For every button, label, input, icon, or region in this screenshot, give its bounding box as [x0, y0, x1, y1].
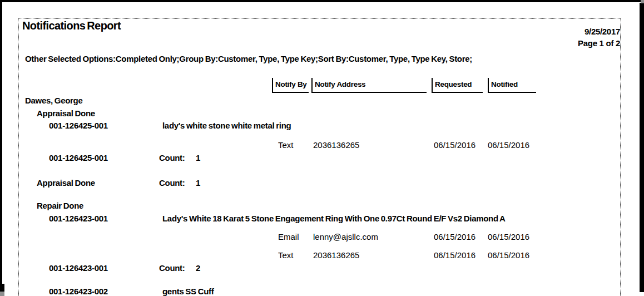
page-background-right [640, 3, 644, 292]
group-type-label: Appraisal Done [37, 108, 95, 118]
notification-notified: 06/15/2016 [488, 232, 529, 241]
group-type-label: Repair Done [37, 201, 83, 210]
report-page-number: Page 1 of 2 [524, 37, 620, 49]
count-value: 2 [196, 263, 200, 273]
count-label: Count: [159, 178, 185, 188]
item-sku: 001-126423-002 [49, 287, 108, 296]
report-date: 9/25/2017 [524, 26, 620, 37]
count-label: Count: [159, 263, 185, 273]
notification-by: Email [278, 232, 299, 241]
report-title: Notifications Report [22, 19, 121, 32]
notification-requested: 06/15/2016 [434, 250, 475, 260]
count-value: 1 [196, 153, 200, 162]
item-sku: 001-126423-001 [49, 214, 108, 223]
notification-address: 2036136265 [313, 140, 359, 150]
count-label: Count: [159, 153, 185, 162]
notification-requested: 06/15/2016 [434, 232, 475, 241]
notification-by: Text [278, 140, 294, 150]
item-count-sku: 001-126423-001 [49, 263, 108, 273]
report-options-line: Other Selected Options:Completed Only;Gr… [25, 54, 472, 63]
item-description: Lady's White 18 Karat 5 Stone Engagement… [162, 214, 621, 223]
column-header-notify-address: Notify Address [311, 78, 427, 93]
column-header-notified: Notified [488, 78, 536, 93]
group-count-type: Appraisal Done [37, 178, 95, 188]
column-header-notify-by: Notify By [272, 78, 309, 93]
window-border-top [0, 0, 644, 2]
report-preview-page: { "header": { "title": "Notifications Re… [0, 0, 644, 296]
notification-notified: 06/15/2016 [488, 140, 529, 150]
notification-address: lenny@ajsllc.com [313, 232, 378, 241]
notification-address: 2036136265 [313, 250, 359, 260]
notification-requested: 06/15/2016 [434, 140, 475, 150]
notification-notified: 06/15/2016 [488, 250, 529, 260]
item-description: gents SS Cuff [162, 287, 214, 296]
count-value: 1 [196, 178, 200, 188]
column-header-requested: Requested [432, 78, 483, 93]
window-border-left [0, 0, 2, 284]
notification-by: Text [278, 250, 294, 260]
item-sku: 001-126425-001 [49, 121, 108, 130]
window-border-left-notch [0, 284, 4, 292]
window-border-left-gray [0, 292, 4, 296]
item-count-sku: 001-126425-001 [49, 153, 108, 162]
item-description: lady's white stone white metal ring [162, 121, 291, 130]
window-corner-gray [641, 0, 644, 3]
customer-name: Dawes, George [25, 96, 82, 105]
